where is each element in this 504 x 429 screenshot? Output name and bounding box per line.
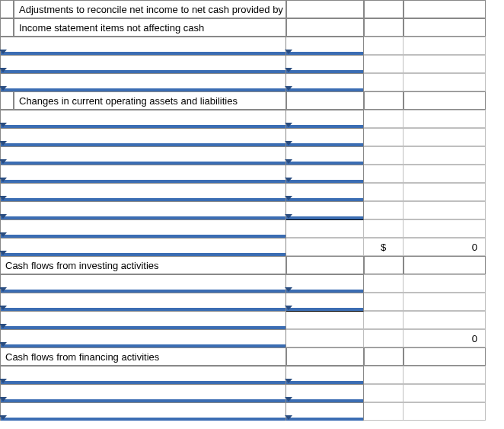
blank-cell (404, 366, 486, 384)
indent-cell (0, 91, 14, 110)
dropdown-row (0, 37, 504, 55)
desc-dropdown[interactable] (0, 128, 286, 146)
value-dropdown[interactable] (286, 55, 364, 73)
blank-cell (404, 73, 486, 91)
value-dropdown[interactable] (286, 183, 364, 201)
value-dropdown[interactable] (286, 293, 364, 311)
blank-cell (404, 384, 486, 402)
blank-cell (286, 238, 364, 256)
value-dropdown[interactable] (286, 402, 364, 421)
dropdown-row (0, 402, 504, 421)
blank-cell (404, 91, 486, 110)
blank-cell (364, 201, 404, 219)
blank-cell (364, 18, 404, 37)
blank-cell (404, 110, 486, 128)
dropdown-row (0, 183, 504, 201)
blank-cell (404, 0, 486, 18)
subtotal-input[interactable] (286, 311, 364, 329)
blank-cell (364, 0, 404, 18)
desc-dropdown[interactable] (0, 146, 286, 165)
indent-cell (0, 18, 14, 37)
blank-cell (404, 165, 486, 183)
row-adjustments-header: Adjustments to reconcile net income to n… (0, 0, 504, 18)
blank-cell (364, 347, 404, 366)
row-financing-header: Cash flows from financing activities (0, 347, 504, 366)
value-dropdown[interactable] (286, 366, 364, 384)
header-financing: Cash flows from financing activities (0, 347, 286, 366)
operating-total-value: 0 (404, 238, 486, 256)
blank-cell (404, 37, 486, 55)
desc-dropdown[interactable] (0, 73, 286, 91)
subtotal-input[interactable] (286, 219, 364, 238)
desc-dropdown[interactable] (0, 329, 286, 347)
blank-cell (286, 18, 364, 37)
value-dropdown[interactable] (286, 110, 364, 128)
dropdown-row-wide (0, 219, 504, 238)
dropdown-row (0, 55, 504, 73)
row-investing-header: Cash flows from investing activities (0, 256, 504, 274)
blank-cell (404, 55, 486, 73)
desc-dropdown[interactable] (0, 402, 286, 421)
blank-cell (364, 146, 404, 165)
blank-cell (404, 347, 486, 366)
dropdown-row (0, 146, 504, 165)
desc-dropdown[interactable] (0, 165, 286, 183)
desc-dropdown[interactable] (0, 37, 286, 55)
dropdown-row (0, 274, 504, 293)
row-changes-header: Changes in current operating assets and … (0, 91, 504, 110)
desc-dropdown[interactable] (0, 55, 286, 73)
blank-cell (404, 274, 486, 293)
blank-cell (364, 165, 404, 183)
dropdown-row (0, 384, 504, 402)
blank-cell (364, 37, 404, 55)
blank-cell (364, 55, 404, 73)
header-adjustments: Adjustments to reconcile net income to n… (14, 0, 286, 18)
blank-cell (286, 256, 364, 274)
desc-dropdown[interactable] (0, 384, 286, 402)
desc-dropdown[interactable] (0, 293, 286, 311)
value-dropdown[interactable] (286, 73, 364, 91)
header-changes: Changes in current operating assets and … (14, 91, 286, 110)
desc-dropdown[interactable] (0, 311, 286, 329)
desc-dropdown[interactable] (0, 219, 286, 238)
value-dropdown[interactable] (286, 146, 364, 165)
blank-cell (364, 329, 404, 347)
desc-dropdown[interactable] (0, 183, 286, 201)
desc-dropdown[interactable] (0, 366, 286, 384)
dropdown-row-wide (0, 311, 504, 329)
value-dropdown[interactable] (286, 37, 364, 55)
value-dropdown[interactable] (286, 384, 364, 402)
desc-dropdown[interactable] (0, 201, 286, 219)
blank-cell (364, 311, 404, 329)
value-dropdown[interactable] (286, 201, 364, 219)
blank-cell (404, 293, 486, 311)
blank-cell (364, 128, 404, 146)
blank-cell (364, 366, 404, 384)
desc-dropdown[interactable] (0, 238, 286, 256)
investing-total-value: 0 (404, 329, 486, 347)
value-dropdown[interactable] (286, 128, 364, 146)
blank-cell (404, 311, 486, 329)
blank-cell (286, 0, 364, 18)
blank-cell (364, 73, 404, 91)
desc-dropdown[interactable] (0, 274, 286, 293)
blank-cell (404, 201, 486, 219)
blank-cell (286, 329, 364, 347)
value-dropdown[interactable] (286, 274, 364, 293)
value-dropdown[interactable] (286, 165, 364, 183)
blank-cell (404, 183, 486, 201)
currency-symbol: $ (364, 238, 404, 256)
blank-cell (364, 274, 404, 293)
row-operating-total: $ 0 (0, 238, 504, 256)
blank-cell (364, 256, 404, 274)
blank-cell (364, 402, 404, 421)
blank-cell (404, 402, 486, 421)
dropdown-row (0, 293, 504, 311)
blank-cell (404, 18, 486, 37)
desc-dropdown[interactable] (0, 110, 286, 128)
header-investing: Cash flows from investing activities (0, 256, 286, 274)
blank-cell (404, 256, 486, 274)
header-income-items: Income statement items not affecting cas… (14, 18, 286, 37)
dropdown-row (0, 73, 504, 91)
blank-cell (364, 384, 404, 402)
